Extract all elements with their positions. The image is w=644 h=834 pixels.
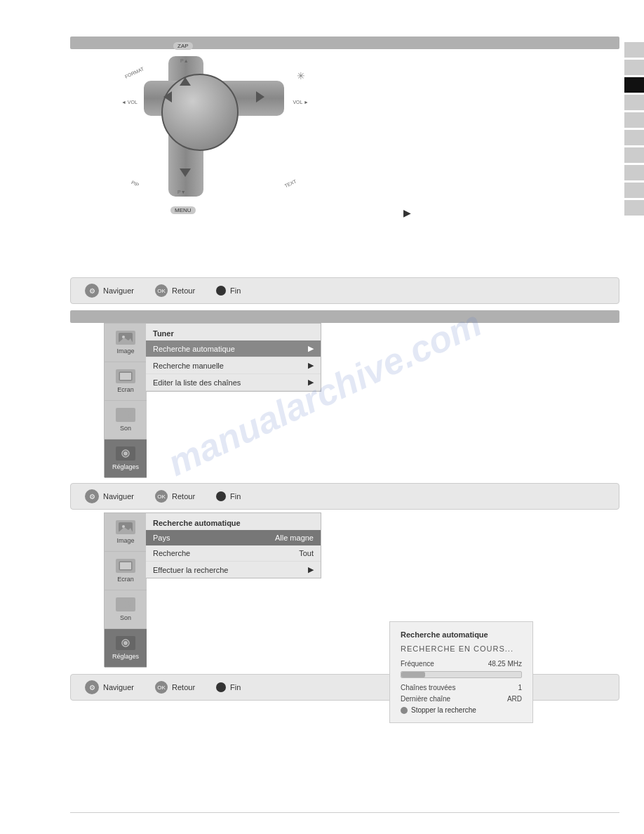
reglages-icon xyxy=(116,446,135,461)
menu2-title: Recherche automatique xyxy=(146,513,321,530)
search-chains-value: 1 xyxy=(518,684,522,691)
search-freq-row: Fréquence 48.25 MHz xyxy=(401,660,522,668)
label-vol-right: VOL ► xyxy=(293,100,309,105)
menu1-sidebar-image[interactable]: Image xyxy=(105,324,147,362)
sidebar-tab-9[interactable] xyxy=(624,183,644,198)
menu2-pays-label: Pays xyxy=(153,534,170,542)
search-progress-fill xyxy=(401,672,425,677)
search-chains-label: Chaînes trouvées xyxy=(401,684,455,691)
section-bar-top xyxy=(70,37,619,49)
menu1-item-0-label: Recherche automatique xyxy=(153,345,235,353)
search-freq-value: 48.25 MHz xyxy=(488,660,522,668)
menu2-pays-row[interactable]: Pays Alle magne xyxy=(146,530,321,545)
menu1-end-label: Fin xyxy=(230,492,241,501)
label-pb: P▼ xyxy=(177,190,186,194)
ecran-icon xyxy=(116,369,135,383)
label-vol-left: ◄ VOL xyxy=(121,100,137,105)
svg-rect-4 xyxy=(120,373,131,380)
menu1-title: Tuner xyxy=(146,324,321,340)
sidebar-tab-10[interactable] xyxy=(624,200,644,216)
label-zap: ZAP xyxy=(173,42,193,50)
menu1-image-label: Image xyxy=(116,348,134,355)
ok-icon: OK xyxy=(155,284,168,297)
arrow-right-indicator: ▶ xyxy=(403,207,411,218)
svg-point-14 xyxy=(123,641,128,645)
menu1-item-1-label: Recherche manuelle xyxy=(153,362,224,370)
dot-icon xyxy=(216,286,226,296)
star-icon: ✳ xyxy=(297,70,305,81)
search-chains-row: Chaînes trouvées 1 xyxy=(401,684,522,691)
menu1-sidebar-ecran[interactable]: Ecran xyxy=(105,362,147,401)
menu2-end-label: Fin xyxy=(230,683,241,691)
menu1-back-label: Retour xyxy=(172,492,195,501)
search-progress-bar xyxy=(401,671,522,678)
ecran-icon-m2 xyxy=(116,559,135,573)
menu1-item-0-arrow: ▶ xyxy=(308,344,314,353)
menu1-sidebar-son[interactable]: Son xyxy=(105,401,147,439)
menu1-sidebar: Image Ecran Son Réglages xyxy=(104,323,146,477)
sidebar-tab-4[interactable] xyxy=(624,95,644,110)
search-lastchain-value: ARD xyxy=(507,695,522,703)
sidebar-tab-5[interactable] xyxy=(624,112,644,128)
svg-rect-12 xyxy=(120,562,131,569)
sidebar-tabs xyxy=(624,42,644,216)
menu1-nav-end: Fin xyxy=(216,491,241,501)
nav-back: OK Retour xyxy=(155,284,195,297)
sidebar-tab-3[interactable] xyxy=(624,77,644,93)
search-panel-title: Recherche automatique xyxy=(401,630,522,639)
gear-icon: ⚙ xyxy=(85,284,99,298)
dot-icon-m2nav xyxy=(216,682,226,692)
end-label: Fin xyxy=(230,286,241,295)
dot-icon-m1 xyxy=(216,491,226,501)
label-pa: P▲ xyxy=(180,58,189,63)
menu2-sidebar-son[interactable]: Son xyxy=(105,590,147,629)
menu1-item-editer[interactable]: Editer la liste des chaînes ▶ xyxy=(146,374,321,391)
sidebar-tab-6[interactable] xyxy=(624,130,644,145)
menu2-sidebar-reglages[interactable]: Réglages xyxy=(105,629,147,668)
menu1-item-recherche-auto[interactable]: Recherche automatique ▶ xyxy=(146,340,321,357)
section-bar-2 xyxy=(70,310,619,323)
menu2-sidebar-ecran[interactable]: Ecran xyxy=(105,552,147,590)
menu2-recherche-value: Tout xyxy=(299,549,314,557)
stop-dot-icon xyxy=(401,707,408,714)
menu1-sidebar-reglages[interactable]: Réglages xyxy=(105,439,147,478)
label-pip: PIP xyxy=(130,180,140,187)
search-lastchain-label: Dernière chaîne xyxy=(401,695,450,703)
ok-icon-m2nav: OK xyxy=(155,681,168,694)
menu1-reglages-label: Réglages xyxy=(112,463,139,470)
son-icon xyxy=(116,408,135,422)
menu2-sidebar-image[interactable]: Image xyxy=(105,513,147,552)
label-text: TEXT xyxy=(283,179,297,189)
menu2-recherche-label: Recherche xyxy=(153,549,190,557)
sidebar-tab-1[interactable] xyxy=(624,42,644,58)
svg-point-6 xyxy=(123,451,128,456)
menu2-son-label: Son xyxy=(120,614,131,621)
remote-control-area: ZAP MENU FORMAT ◄ VOL VOL ► PIP TEXT P▲ … xyxy=(130,49,284,218)
menu2-effectuer-row[interactable]: Effectuer la recherche ▶ xyxy=(146,562,321,578)
menu1-nav-back: OK Retour xyxy=(155,490,195,503)
svg-marker-5 xyxy=(121,411,127,419)
menu2-image-label: Image xyxy=(116,537,134,544)
menu2-nav-back: OK Retour xyxy=(155,681,195,694)
menu2-nav-end: Fin xyxy=(216,682,241,692)
reglages-icon-m2 xyxy=(116,636,135,650)
search-stop-row[interactable]: Stopper la recherche xyxy=(401,706,522,714)
menu1-ecran-label: Ecran xyxy=(117,386,134,393)
menu1-item-recherche-manuelle[interactable]: Recherche manuelle ▶ xyxy=(146,357,321,374)
menu1-item-2-label: Editer la liste des chaînes xyxy=(153,378,241,387)
menu1-item-1-arrow: ▶ xyxy=(308,361,314,370)
menu1-nav-bar: ⚙ Naviguer OK Retour Fin xyxy=(70,483,619,510)
label-format: FORMAT xyxy=(124,66,145,79)
image-icon xyxy=(116,331,135,345)
nav-end: Fin xyxy=(216,286,241,296)
nav-navigate: ⚙ Naviguer xyxy=(85,284,134,298)
menu2-effectuer-label: Effectuer la recherche xyxy=(153,566,228,574)
menu2-recherche-row[interactable]: Recherche Tout xyxy=(146,545,321,562)
sidebar-tab-8[interactable] xyxy=(624,165,644,180)
sidebar-tab-2[interactable] xyxy=(624,60,644,75)
sidebar-tab-7[interactable] xyxy=(624,147,644,163)
gear-icon-m2nav: ⚙ xyxy=(85,680,99,694)
menu2-sidebar: Image Ecran Son Réglages xyxy=(104,512,146,667)
gear-icon-m1: ⚙ xyxy=(85,489,99,503)
label-menu: MENU xyxy=(170,206,196,214)
